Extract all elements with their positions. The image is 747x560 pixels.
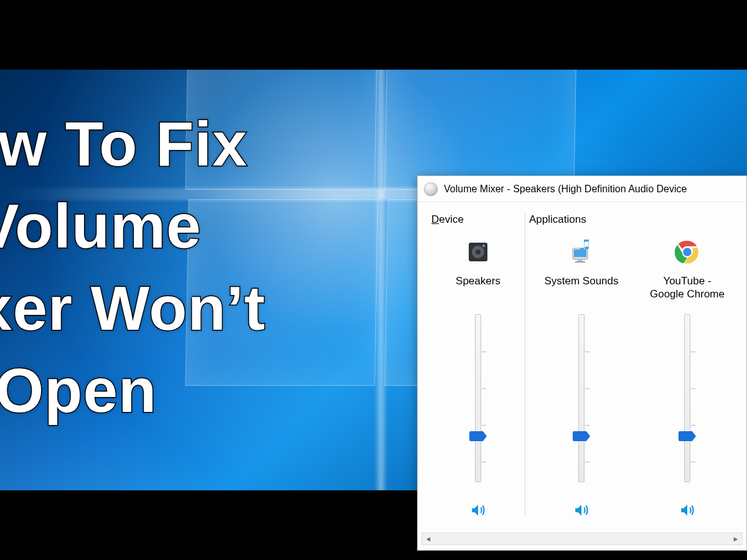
mute-button-speakers[interactable] — [467, 500, 489, 521]
mute-button-chrome[interactable] — [677, 500, 698, 521]
volume-mixer-app-icon — [424, 182, 438, 196]
group-separator — [525, 213, 525, 516]
horizontal-scrollbar[interactable]: ◄ ► — [421, 533, 743, 545]
channel-label: Speakers — [456, 274, 500, 303]
applications-group-label: Applications — [529, 213, 741, 226]
chrome-icon[interactable] — [672, 237, 702, 267]
svg-rect-5 — [574, 250, 586, 257]
desktop-wallpaper: ow To Fix Volume ixer Won’t Open Volume … — [0, 0, 747, 560]
volume-slider-chrome[interactable] — [680, 314, 694, 482]
letterbox-top — [0, 0, 747, 70]
svg-point-2 — [476, 250, 481, 254]
mute-button-system-sounds[interactable] — [571, 500, 592, 521]
volume-slider-system-sounds[interactable] — [575, 314, 588, 482]
svg-point-10 — [683, 248, 691, 256]
volume-icon — [470, 502, 486, 518]
titlebar[interactable]: Volume Mixer - Speakers (High Definition… — [418, 176, 746, 202]
light-beam — [375, 0, 387, 560]
window-title: Volume Mixer - Speakers (High Definition… — [444, 184, 687, 195]
slider-thumb[interactable] — [469, 431, 487, 441]
svg-point-3 — [482, 245, 485, 247]
svg-rect-6 — [578, 259, 583, 261]
system-sounds-icon[interactable] — [566, 237, 596, 267]
speaker-device-icon[interactable] — [463, 237, 493, 267]
applications-group: Applications — [529, 213, 741, 531]
channel-chrome: YouTube - Google Chrome — [635, 237, 740, 521]
channel-label: YouTube - Google Chrome — [650, 274, 725, 303]
volume-icon — [573, 502, 590, 518]
volume-slider-speakers[interactable] — [471, 314, 485, 482]
scroll-left-icon[interactable]: ◄ — [422, 533, 435, 544]
mixer-body: Device Speakers — [418, 202, 746, 531]
device-group: Device Speakers — [431, 213, 525, 531]
svg-rect-7 — [575, 261, 585, 263]
slider-thumb[interactable] — [679, 431, 696, 441]
volume-icon — [679, 502, 695, 518]
scroll-right-icon[interactable]: ► — [730, 533, 742, 544]
channel-system-sounds: System Sounds — [529, 237, 634, 521]
headline-text: ow To Fix Volume ixer Won’t Open — [0, 103, 266, 431]
channel-speakers: Speakers — [431, 237, 525, 521]
volume-mixer-window: Volume Mixer - Speakers (High Definition… — [417, 175, 747, 551]
channel-label: System Sounds — [544, 274, 618, 303]
device-group-label: Device — [431, 213, 525, 226]
slider-thumb[interactable] — [573, 431, 590, 441]
